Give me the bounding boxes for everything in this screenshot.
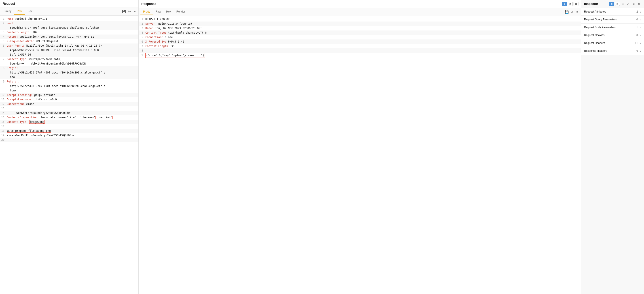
request-title: Request bbox=[3, 2, 15, 5]
save-icon[interactable]: 💾 bbox=[122, 10, 126, 14]
request-header: Request bbox=[0, 0, 138, 8]
tab-response-pretty[interactable]: Pretty bbox=[140, 9, 153, 15]
response-menu-icon[interactable]: ≡ bbox=[575, 10, 580, 14]
inspector-row-request-attributes[interactable]: Request Attributes 2 ∨ bbox=[582, 8, 644, 16]
response-line-9: 9 {"code":0,"msg":"upload\/.user.ini"} bbox=[139, 53, 581, 58]
inspector-row-arrow-body-params: ∨ bbox=[640, 26, 641, 29]
main-container: Request Pretty Raw Hex 💾 ∖n ≡ 1 POST /up… bbox=[0, 0, 644, 294]
request-line-16: 16 Content-Type: image/png bbox=[0, 120, 138, 124]
request-line-9: 9 Referer: http://58e2dd33-97e7-490f-aec… bbox=[0, 79, 138, 93]
response-tabs: Pretty Raw Hex Render bbox=[140, 9, 564, 15]
inspector-settings-icon[interactable]: ⚙ bbox=[632, 2, 636, 6]
response-toolbar: 💾 ∖n ≡ bbox=[564, 10, 580, 14]
response-line-3: 3 Date: Thu, 02 Nov 2023 02:06:23 GMT bbox=[139, 26, 581, 31]
inspector-row-label-response-headers: Response Headers bbox=[584, 49, 636, 52]
inspector-view-icon-1[interactable]: ▦ bbox=[609, 2, 614, 6]
inspector-row-body-params[interactable]: Request Body Parameters 1 ∨ bbox=[582, 24, 644, 31]
inspector-row-label-query-params: Request Query Parameters bbox=[584, 18, 636, 21]
tab-request-pretty[interactable]: Pretty bbox=[2, 8, 14, 15]
response-line-7: 7 Content-Length: 36 bbox=[139, 44, 581, 48]
tab-response-raw[interactable]: Raw bbox=[153, 9, 164, 15]
request-line-15: 15 Content-Disposition: form-data; name=… bbox=[0, 115, 138, 120]
newline-icon[interactable]: ∖n bbox=[127, 10, 131, 14]
response-content: 1 HTTP/1.1 200 OK 2 Server: nginx/1.18.0… bbox=[139, 16, 581, 294]
request-panel: Request Pretty Raw Hex 💾 ∖n ≡ 1 POST /up… bbox=[0, 0, 139, 294]
inspector-row-arrow-request-headers: ∨ bbox=[640, 42, 641, 45]
request-line-6: 6 User-Agent: Mozilla/5.0 (Macintosh; In… bbox=[0, 44, 138, 57]
response-line-5: 5 Connection: close bbox=[139, 35, 581, 39]
request-line-13: 13 bbox=[0, 106, 138, 111]
response-line-4: 4 Content-Type: text/html; charset=UTF-8 bbox=[139, 31, 581, 35]
request-line-17: 17 bbox=[0, 124, 138, 129]
inspector-row-count-cookies: 0 bbox=[636, 34, 638, 37]
request-line-14: 14 ------WebKitFormBoundaryb2knVDS6kP9QB… bbox=[0, 111, 138, 115]
request-content: 1 POST /upload.php HTTP/1.1 2 Host: 58e2… bbox=[0, 16, 138, 294]
response-panel: Response ▦ ▤ ▣ Pretty Raw Hex Render 💾 ∖… bbox=[139, 0, 582, 294]
view-compact-icon[interactable]: ▣ bbox=[574, 2, 578, 6]
request-line-10: 10 Accept-Encoding: gzip, deflate bbox=[0, 93, 138, 97]
inspector-title: Inspector bbox=[584, 2, 609, 6]
tab-request-raw[interactable]: Raw bbox=[14, 8, 25, 15]
inspector-row-label-cookies: Request Cookies bbox=[584, 34, 636, 37]
request-line-20: 20 bbox=[0, 137, 138, 142]
request-line-4: 4 Accept: application/json, text/javascr… bbox=[0, 35, 138, 39]
response-view-toolbar: ▦ ▤ ▣ bbox=[562, 2, 578, 6]
tab-request-hex[interactable]: Hex bbox=[25, 8, 35, 15]
request-line-3: 3 Content-Length: 209 bbox=[0, 30, 138, 35]
inspector-expand-icon[interactable]: ⤢ bbox=[626, 2, 630, 6]
inspector-row-arrow-response-headers: ∨ bbox=[640, 49, 641, 52]
request-line-7: 7 Content-Type: multipart/form-data; bou… bbox=[0, 57, 138, 66]
inspector-row-arrow-cookies: ∨ bbox=[640, 34, 641, 37]
request-tabs: Pretty Raw Hex bbox=[2, 8, 122, 15]
request-line-8: 8 Origin: http://58e2dd33-97e7-490f-aeca… bbox=[0, 66, 138, 79]
inspector-toolbar: ▦ ▤ ↕ ⤢ ⚙ ✕ bbox=[609, 2, 641, 6]
inspector-row-count-body-params: 1 bbox=[636, 26, 638, 29]
inspector-row-label-request-attributes: Request Attributes bbox=[584, 10, 636, 13]
response-line-8: 8 bbox=[139, 48, 581, 53]
response-header-row: Response ▦ ▤ ▣ bbox=[139, 0, 581, 8]
request-line-18: 18 auto_prepend_file=x1ong.png bbox=[0, 129, 138, 133]
inspector-row-request-headers[interactable]: Request Headers 11 ∨ bbox=[582, 39, 644, 47]
response-title: Response bbox=[141, 2, 156, 6]
request-toolbar: 💾 ∖n ≡ bbox=[122, 10, 137, 14]
inspector-row-cookies[interactable]: Request Cookies 0 ∨ bbox=[582, 31, 644, 39]
response-newline-icon[interactable]: ∖n bbox=[570, 10, 574, 14]
view-list-icon[interactable]: ▤ bbox=[568, 2, 573, 6]
response-save-icon[interactable]: 💾 bbox=[564, 10, 569, 14]
inspector-view-icon-2[interactable]: ▤ bbox=[615, 2, 620, 6]
request-line-19: 19 ------WebKitFormBoundaryb2knVDS6kP9QB… bbox=[0, 133, 138, 137]
tab-response-render[interactable]: Render bbox=[174, 9, 188, 15]
menu-icon[interactable]: ≡ bbox=[132, 10, 137, 14]
inspector-row-count-request-attributes: 2 bbox=[636, 10, 638, 13]
request-line-11: 11 Accept-Language: zh-CN,zh;q=0.9 bbox=[0, 97, 138, 102]
inspector-header: Inspector ▦ ▤ ↕ ⤢ ⚙ ✕ bbox=[582, 0, 644, 8]
response-line-1: 1 HTTP/1.1 200 OK bbox=[139, 17, 581, 22]
inspector-row-query-params[interactable]: Request Query Parameters 0 ∨ bbox=[582, 16, 644, 24]
inspector-close-icon[interactable]: ✕ bbox=[637, 2, 641, 6]
inspector-sort-icon[interactable]: ↕ bbox=[621, 2, 625, 6]
response-line-2: 2 Server: nginx/1.18.0 (Ubuntu) bbox=[139, 22, 581, 26]
inspector-row-arrow-query-params: ∨ bbox=[640, 18, 641, 21]
inspector-row-count-request-headers: 11 bbox=[635, 42, 638, 45]
inspector-row-count-query-params: 0 bbox=[636, 18, 638, 21]
inspector-row-arrow-request-attributes: ∨ bbox=[640, 10, 641, 13]
response-line-6: 6 X-Powered-By: PHP/5.6.40 bbox=[139, 39, 581, 44]
inspector-row-count-response-headers: 6 bbox=[636, 49, 638, 52]
request-line-2: 2 Host: 58e2dd33-97e7-490f-aeca-f1041c59… bbox=[0, 21, 138, 30]
inspector-row-label-request-headers: Request Headers bbox=[584, 42, 635, 45]
tab-response-hex[interactable]: Hex bbox=[164, 9, 174, 15]
inspector-row-label-body-params: Request Body Parameters bbox=[584, 26, 636, 29]
request-line-1: 1 POST /upload.php HTTP/1.1 bbox=[0, 17, 138, 21]
inspector-panel: Inspector ▦ ▤ ↕ ⤢ ⚙ ✕ Request Attributes… bbox=[582, 0, 644, 294]
inspector-row-response-headers[interactable]: Response Headers 6 ∨ bbox=[582, 47, 644, 55]
view-grid-icon[interactable]: ▦ bbox=[562, 2, 567, 6]
request-line-5: 5 X-Requested-With: XMLHttpRequest bbox=[0, 39, 138, 44]
request-line-12: 12 Connection: close bbox=[0, 102, 138, 106]
